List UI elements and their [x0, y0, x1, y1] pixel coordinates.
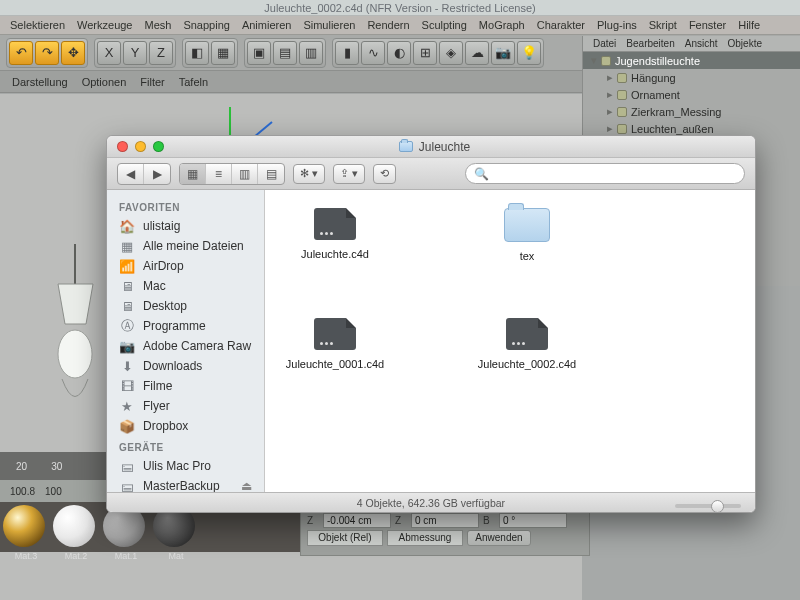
sidebar-item[interactable]: ▦Alle meine Dateien [107, 236, 264, 256]
finder-titlebar[interactable]: Juleuchte [107, 136, 755, 158]
menu-skript[interactable]: Skript [649, 19, 677, 31]
tool-redo-icon[interactable]: ↷ [35, 41, 59, 65]
sidebar-item[interactable]: 📶AirDrop [107, 256, 264, 276]
file-item[interactable]: tex [477, 208, 577, 262]
axis-z-icon[interactable]: Z [149, 41, 173, 65]
finder-sidebar[interactable]: FAVORITEN 🏠ulistaig▦Alle meine Dateien📶A… [107, 190, 265, 492]
sidebar-item[interactable]: ★Flyer [107, 396, 264, 416]
tool-render-icon[interactable]: ▣ [247, 41, 271, 65]
coord-b[interactable]: 0 ° [499, 513, 567, 528]
panel-tab-objekte[interactable]: Objekte [728, 38, 762, 49]
sidebar-icon: ⬇ [119, 359, 135, 373]
menu-fenster[interactable]: Fenster [689, 19, 726, 31]
sidebar-item[interactable]: 📦Dropbox [107, 416, 264, 436]
tree-item[interactable]: ▸Ornament [583, 86, 800, 103]
tool-cube-icon[interactable]: ◧ [185, 41, 209, 65]
subtab-darstellung[interactable]: Darstellung [12, 76, 68, 88]
coord-dim-select[interactable]: Abmessung [387, 530, 463, 546]
subtab-optionen[interactable]: Optionen [82, 76, 127, 88]
sidebar-item[interactable]: 🖴MasterBackup⏏ [107, 476, 264, 492]
view-icon-mode[interactable]: ▦ [180, 164, 206, 184]
panel-tab-datei[interactable]: Datei [593, 38, 616, 49]
file-name: Juleuchte.c4d [301, 248, 369, 260]
view-column-mode[interactable]: ▥ [232, 164, 258, 184]
finder-toolbar: ◀ ▶ ▦ ≡ ▥ ▤ ✻ ▾ ⇪ ▾ ⟲ 🔍 [107, 158, 755, 190]
sidebar-icon: 📦 [119, 419, 135, 433]
coord-sz[interactable]: 0 cm [411, 513, 479, 528]
menu-selektieren[interactable]: Selektieren [10, 19, 65, 31]
tree-item[interactable]: ▸Hängung [583, 69, 800, 86]
menu-charakter[interactable]: Charakter [537, 19, 585, 31]
tool-render3-icon[interactable]: ▥ [299, 41, 323, 65]
view-list-mode[interactable]: ≡ [206, 164, 232, 184]
zoom-icon[interactable] [153, 141, 164, 152]
tool-move-icon[interactable]: ✥ [61, 41, 85, 65]
obj-cube-icon[interactable]: ▮ [335, 41, 359, 65]
window-title: Juleuchte [419, 140, 470, 154]
file-item[interactable]: Juleuchte.c4d [285, 208, 385, 262]
panel-tab-bearbeiten[interactable]: Bearbeiten [626, 38, 674, 49]
obj-env-icon[interactable]: ☁ [465, 41, 489, 65]
file-item[interactable]: Juleuchte_0002.c4d [477, 318, 577, 370]
action-menu[interactable]: ✻ ▾ [293, 164, 325, 184]
eject-icon[interactable]: ⏏ [241, 479, 252, 492]
subtab-filter[interactable]: Filter [140, 76, 164, 88]
close-icon[interactable] [117, 141, 128, 152]
coord-z[interactable]: -0.004 cm [323, 513, 391, 528]
obj-nurbs-icon[interactable]: ◐ [387, 41, 411, 65]
tree-root[interactable]: ▾Jugendstilleuchte [583, 52, 800, 69]
finder-content[interactable]: Juleuchte.c4dtexJuleuchte_0001.c4dJuleuc… [265, 190, 755, 492]
forward-button[interactable]: ▶ [144, 164, 170, 184]
obj-deform-icon[interactable]: ◈ [439, 41, 463, 65]
minimize-icon[interactable] [135, 141, 146, 152]
sidebar-item[interactable]: ⬇Downloads [107, 356, 264, 376]
menu-werkzeuge[interactable]: Werkzeuge [77, 19, 132, 31]
nav-back-forward: ◀ ▶ [117, 163, 171, 185]
sidebar-item[interactable]: 🖥Mac [107, 276, 264, 296]
obj-spline-icon[interactable]: ∿ [361, 41, 385, 65]
dropbox-menu[interactable]: ⇪ ▾ [333, 164, 365, 184]
menu-mograph[interactable]: MoGraph [479, 19, 525, 31]
file-item[interactable]: Juleuchte_0001.c4d [285, 318, 385, 370]
sidebar-item[interactable]: 🎞Filme [107, 376, 264, 396]
menu-animieren[interactable]: Animieren [242, 19, 292, 31]
sidebar-item[interactable]: 🖥Desktop [107, 296, 264, 316]
share-button[interactable]: ⟲ [373, 164, 396, 184]
menu-rendern[interactable]: Rendern [367, 19, 409, 31]
coord-mode-select[interactable]: Objekt (Rel) [307, 530, 383, 546]
app-menubar[interactable]: SelektierenWerkzeugeMeshSnappingAnimiere… [0, 16, 800, 35]
obj-light-icon[interactable]: 💡 [517, 41, 541, 65]
sidebar-item[interactable]: 🖴Ulis Mac Pro [107, 456, 264, 476]
search-field[interactable]: 🔍 [465, 163, 745, 184]
panel-tab-ansicht[interactable]: Ansicht [685, 38, 718, 49]
view-coverflow-mode[interactable]: ▤ [258, 164, 284, 184]
sidebar-item[interactable]: 📷Adobe Camera Raw [107, 336, 264, 356]
axis-y-icon[interactable]: Y [123, 41, 147, 65]
obj-cam-icon[interactable]: 📷 [491, 41, 515, 65]
tree-item[interactable]: ▸Zierkram_Messing [583, 103, 800, 120]
sidebar-item[interactable]: ⒶProgramme [107, 316, 264, 336]
menu-simulieren[interactable]: Simulieren [303, 19, 355, 31]
svg-point-4 [58, 330, 92, 378]
menu-plug-ins[interactable]: Plug-ins [597, 19, 637, 31]
back-button[interactable]: ◀ [118, 164, 144, 184]
sidebar-item[interactable]: 🏠ulistaig [107, 216, 264, 236]
tool-undo-icon[interactable]: ↶ [9, 41, 33, 65]
obj-array-icon[interactable]: ⊞ [413, 41, 437, 65]
search-input[interactable] [493, 168, 736, 180]
menu-mesh[interactable]: Mesh [144, 19, 171, 31]
material-ball[interactable] [53, 505, 95, 547]
menu-snapping[interactable]: Snapping [183, 19, 230, 31]
subtab-tafeln[interactable]: Tafeln [179, 76, 208, 88]
icon-size-slider[interactable] [675, 504, 741, 508]
menu-sculpting[interactable]: Sculpting [422, 19, 467, 31]
frame-field[interactable]: 100.8 [10, 486, 35, 497]
frame-field[interactable]: 100 [45, 486, 62, 497]
apply-button[interactable]: Anwenden [467, 530, 531, 546]
menu-hilfe[interactable]: Hilfe [738, 19, 760, 31]
axis-x-icon[interactable]: X [97, 41, 121, 65]
material-ball[interactable] [3, 505, 45, 547]
sidebar-heading-geraete: GERÄTE [107, 436, 264, 456]
tool-cube2-icon[interactable]: ▦ [211, 41, 235, 65]
tool-render2-icon[interactable]: ▤ [273, 41, 297, 65]
